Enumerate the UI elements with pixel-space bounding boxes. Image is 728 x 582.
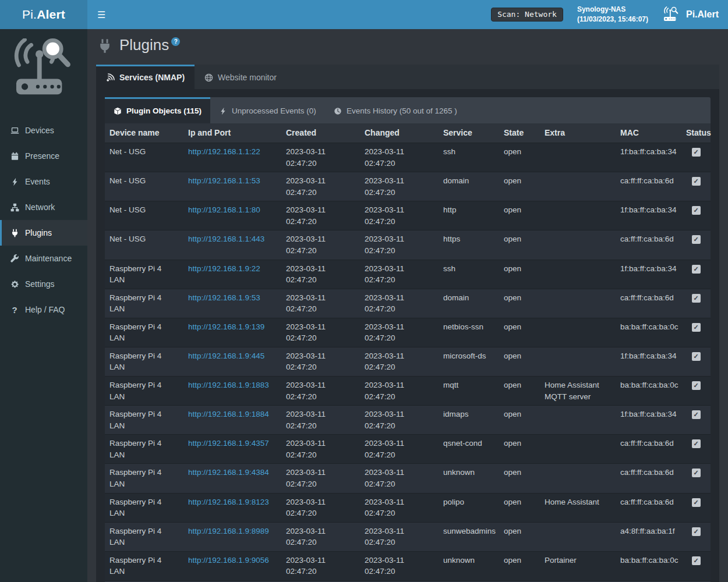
subtab-unprocessed-events[interactable]: Unprocessed Events (0)	[210, 97, 325, 123]
status-checkbox[interactable]: ✓	[692, 265, 701, 274]
column-header-mac[interactable]: MAC	[616, 123, 681, 143]
status-checkbox[interactable]: ✓	[692, 206, 701, 215]
sitemap-icon	[9, 203, 20, 212]
port-link[interactable]: http://192.168.1.9:1884	[188, 410, 269, 418]
sidebar-item-maintenance[interactable]: Maintenance	[0, 246, 87, 271]
cell-state: open	[499, 347, 540, 376]
app-logo[interactable]: Pi.Alert	[0, 0, 87, 29]
cell-changed: 2023-03-11 02:47:20	[360, 201, 439, 230]
cell-mac: ca:ff:ff:ca:ba:6d	[616, 172, 681, 201]
status-checkbox[interactable]: ✓	[692, 439, 701, 448]
sidebar-item-label: Devices	[25, 126, 54, 135]
port-link[interactable]: http://192.168.1.9:139	[188, 322, 264, 331]
status-checkbox[interactable]: ✓	[692, 177, 701, 186]
port-link[interactable]: http://192.168.1.9:4384	[188, 468, 269, 477]
sidebar-item-presence[interactable]: Presence	[0, 143, 87, 169]
cell-status: ✓	[681, 143, 711, 172]
cell-service: qsnet-cond	[439, 435, 499, 464]
cell-service: sunwebadmins	[439, 522, 499, 551]
tab-website-monitor[interactable]: Website monitor	[195, 65, 287, 89]
navbar-brand[interactable]: Pi.Alert	[662, 6, 719, 23]
cell-ip-port: http://192.168.1.9:445	[183, 347, 281, 376]
port-link[interactable]: http://192.168.1.1:80	[188, 205, 260, 214]
cell-changed: 2023-03-11 02:47:20	[360, 435, 439, 464]
cell-mac: 1f:ba:ff:ca:ba:34	[616, 143, 681, 172]
sidebar-item-help-faq[interactable]: ? Help / FAQ	[0, 297, 87, 322]
cell-changed: 2023-03-11 02:47:20	[360, 318, 439, 347]
tab-services-nmap[interactable]: Services (NMAP)	[96, 65, 195, 89]
status-checkbox[interactable]: ✓	[692, 294, 701, 303]
port-link[interactable]: http://192.168.1.9:1883	[188, 381, 269, 389]
cell-status: ✓	[681, 318, 711, 347]
status-checkbox[interactable]: ✓	[692, 352, 701, 361]
port-link[interactable]: http://192.168.1.1:443	[188, 235, 264, 243]
sidebar-item-settings[interactable]: Settings	[0, 271, 87, 297]
status-checkbox[interactable]: ✓	[692, 527, 701, 536]
sidebar-item-plugins[interactable]: Plugins	[0, 220, 87, 246]
cell-ip-port: http://192.168.1.9:139	[183, 318, 281, 347]
port-link[interactable]: http://192.168.1.9:8123	[188, 498, 269, 506]
port-link[interactable]: http://192.168.1.9:53	[188, 293, 260, 302]
subtab-label: Events History (50 out of 1265 )	[347, 107, 457, 115]
port-link[interactable]: http://192.168.1.9:22	[188, 264, 260, 273]
cell-state: open	[499, 230, 540, 260]
cell-ip-port: http://192.168.1.1:22	[183, 143, 281, 172]
cell-ip-port: http://192.168.1.9:22	[183, 260, 281, 289]
sidebar-item-network[interactable]: Network	[0, 194, 87, 220]
clock-icon	[334, 107, 342, 115]
port-link[interactable]: http://192.168.1.9:4357	[188, 439, 269, 448]
sidebar-toggle-button[interactable]: ☰	[87, 0, 115, 29]
table-body: Net - USG http://192.168.1.1:22 2023-03-…	[105, 143, 711, 582]
status-checkbox[interactable]: ✓	[692, 556, 701, 565]
port-link[interactable]: http://192.168.1.9:445	[188, 352, 264, 360]
column-header-status[interactable]: Status	[681, 123, 711, 143]
column-header-device-name[interactable]: Device name	[105, 123, 183, 143]
tab-label: Website monitor	[218, 73, 277, 82]
column-header-extra[interactable]: Extra	[540, 123, 616, 143]
port-link[interactable]: http://192.168.1.9:9056	[188, 556, 269, 565]
status-checkbox[interactable]: ✓	[692, 410, 701, 419]
nmap-scan-icon	[106, 73, 115, 82]
page-title: Plugins ?	[96, 35, 719, 65]
cell-extra: Portainer	[540, 551, 616, 580]
question-icon: ?	[9, 305, 20, 315]
table-row: Raspberry Pi 4 LAN http://192.168.1.9:18…	[105, 377, 711, 406]
status-checkbox[interactable]: ✓	[692, 323, 701, 332]
cell-extra	[540, 318, 616, 347]
cell-extra	[540, 289, 616, 318]
cell-status: ✓	[681, 493, 711, 522]
page-title-text: Plugins	[119, 37, 169, 54]
column-header-service[interactable]: Service	[439, 123, 499, 143]
subtab-plugin-objects[interactable]: Plugin Objects (115)	[105, 97, 210, 123]
status-checkbox[interactable]: ✓	[692, 381, 701, 390]
cell-created: 2023-03-11 02:47:20	[281, 551, 360, 580]
cell-extra: Home Assistant MQTT server	[540, 377, 616, 406]
status-checkbox[interactable]: ✓	[692, 148, 701, 157]
column-header-changed[interactable]: Changed	[360, 123, 439, 143]
cell-created: 2023-03-11 02:47:20	[281, 143, 360, 172]
help-badge[interactable]: ?	[171, 37, 180, 46]
cell-state: open	[499, 172, 540, 201]
port-link[interactable]: http://192.168.1.9:8989	[188, 527, 269, 535]
host-info: Synology-NAS (11/03/2023, 15:46:07)	[577, 5, 648, 25]
cell-status: ✓	[681, 230, 711, 260]
subtab-events-history[interactable]: Events History (50 out of 1265 )	[325, 97, 466, 123]
port-link[interactable]: http://192.168.1.1:22	[188, 147, 260, 156]
table-row: Net - USG http://192.168.1.1:443 2023-03…	[105, 230, 711, 260]
column-header-state[interactable]: State	[499, 123, 540, 143]
table-row: Raspberry Pi 4 LAN http://192.168.1.9:81…	[105, 493, 711, 522]
status-checkbox[interactable]: ✓	[692, 469, 701, 477]
port-link[interactable]: http://192.168.1.1:53	[188, 176, 260, 185]
column-header-created[interactable]: Created	[281, 123, 360, 143]
column-header-ip-and-port[interactable]: Ip and Port	[183, 123, 281, 143]
sidebar-item-devices[interactable]: Devices	[0, 118, 87, 143]
table-row: Raspberry Pi 4 LAN http://192.168.1.9:43…	[105, 464, 711, 493]
status-checkbox[interactable]: ✓	[692, 235, 701, 244]
cell-created: 2023-03-11 02:47:20	[281, 377, 360, 406]
sidebar-item-events[interactable]: Events	[0, 169, 87, 194]
laptop-icon	[9, 126, 20, 135]
cell-changed: 2023-03-11 02:47:20	[360, 289, 439, 318]
status-checkbox[interactable]: ✓	[692, 498, 701, 507]
cell-status: ✓	[681, 435, 711, 464]
table-header-row: Device nameIp and PortCreatedChangedServ…	[105, 123, 711, 143]
